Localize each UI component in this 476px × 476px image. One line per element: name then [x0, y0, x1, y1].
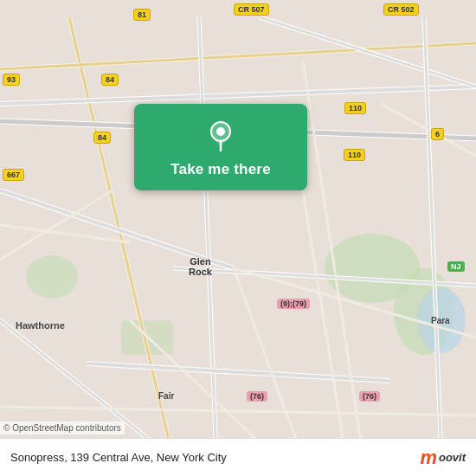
moovit-m: m: [420, 448, 437, 467]
badge-667: 667: [3, 169, 24, 181]
svg-point-38: [216, 127, 225, 136]
badge-76b: (76): [359, 391, 380, 402]
badge-76a: (76): [247, 391, 267, 402]
badge-cr502: CR 502: [383, 3, 419, 16]
location-pin-icon: [204, 119, 237, 152]
badge-84a: 84: [101, 74, 119, 86]
badge-cr507: CR 507: [234, 3, 269, 16]
moovit-text: oovit: [439, 451, 466, 464]
badge-9-79: (9);(79): [277, 299, 310, 309]
take-me-there-label: Take me there: [170, 161, 271, 178]
badge-110b: 110: [344, 149, 365, 161]
badge-nj: NJ: [447, 261, 465, 272]
map-container: 81 CR 507 CR 502 93 84 110 84 6 110 667 …: [0, 0, 476, 476]
badge-110a: 110: [344, 102, 366, 114]
map-svg: [0, 0, 476, 476]
town-glen-rock: GlenRock: [189, 256, 212, 277]
town-fair: Fair: [158, 391, 174, 401]
bottom-bar: Sonopress, 139 Central Ave, New York Cit…: [0, 438, 476, 476]
osm-attribution: © OpenStreetMap contributors: [0, 421, 125, 434]
badge-84b: 84: [93, 132, 111, 144]
take-me-there-card[interactable]: Take me there: [134, 104, 307, 190]
address-label: Sonopress, 139 Central Ave, New York Cit…: [10, 451, 227, 464]
svg-point-3: [26, 255, 78, 299]
svg-rect-0: [0, 17, 476, 459]
moovit-logo: m oovit: [420, 448, 466, 467]
badge-81: 81: [133, 9, 151, 21]
town-hawthorne: Hawthorne: [16, 320, 65, 331]
badge-6: 6: [431, 128, 444, 140]
badge-93: 93: [3, 74, 20, 86]
town-para: Para: [431, 316, 450, 325]
